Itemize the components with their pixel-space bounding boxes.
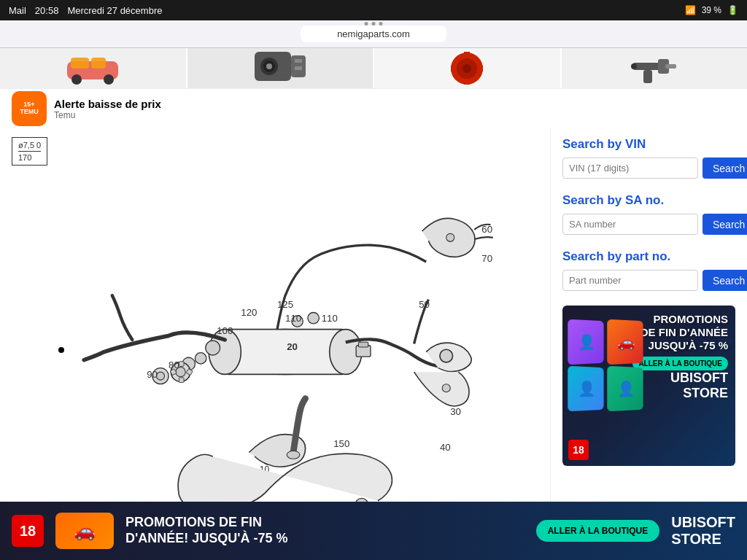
svg-rect-4 xyxy=(91,58,106,69)
bottom-ad-banner[interactable]: 18 🚗 PROMOTIONS DE FIND'ANNÉE! JUSQU'À -… xyxy=(0,502,747,560)
svg-rect-3 xyxy=(71,58,89,69)
svg-text:60: 60 xyxy=(481,224,492,235)
svg-point-1 xyxy=(71,74,82,85)
bottom-ad-age-rating: 18 xyxy=(12,515,44,547)
url-bar[interactable]: nemigaparts.com xyxy=(301,26,446,42)
svg-text:150: 150 xyxy=(333,438,349,449)
svg-text:40: 40 xyxy=(440,442,451,453)
svg-text:110: 110 xyxy=(322,313,338,324)
temu-icon[interactable]: 15+TEMU xyxy=(12,91,47,126)
mail-label: Mail xyxy=(9,5,26,16)
svg-point-30 xyxy=(440,349,453,362)
svg-text:80: 80 xyxy=(169,359,179,370)
part-search-button[interactable]: Search xyxy=(703,270,747,291)
time-label: 20:58 xyxy=(35,5,59,16)
product-image-3 xyxy=(438,48,496,88)
game-card-1: 👤 xyxy=(568,319,603,365)
right-sidebar: Search by VIN Search Search by SA no. Se… xyxy=(550,128,747,502)
svg-rect-17 xyxy=(464,52,470,58)
sidebar-ad-logo: UBISOFTSTORE xyxy=(632,370,728,401)
battery-icon: 🔋 xyxy=(727,5,738,15)
svg-point-36 xyxy=(308,312,319,323)
svg-text:120: 120 xyxy=(241,307,257,318)
search-sa-title: Search by SA no. xyxy=(562,193,735,208)
svg-rect-23 xyxy=(665,64,676,69)
svg-point-47 xyxy=(156,372,164,380)
svg-rect-45 xyxy=(179,378,184,383)
dimension-box: ø7,5 0 170 xyxy=(12,137,47,166)
svg-rect-11 xyxy=(295,66,302,70)
main-content: ø7,5 0 170 10 xyxy=(0,128,747,502)
svg-point-22 xyxy=(631,63,637,69)
svg-point-31 xyxy=(442,384,450,392)
svg-point-8 xyxy=(266,63,272,69)
svg-rect-25 xyxy=(225,330,346,375)
search-part-section: Search by part no. Search xyxy=(562,249,735,291)
product-strip xyxy=(0,48,747,88)
svg-text:50: 50 xyxy=(419,299,430,310)
diagram-area: ø7,5 0 170 10 xyxy=(0,128,550,502)
game-card-2: 🚗 xyxy=(607,319,643,365)
svg-rect-10 xyxy=(295,59,302,63)
svg-rect-43 xyxy=(179,362,184,367)
search-sa-section: Search by SA no. Search xyxy=(562,193,735,235)
svg-text:70: 70 xyxy=(481,253,492,264)
svg-text:20: 20 xyxy=(287,341,298,352)
game-card-3: 👤 xyxy=(568,366,603,412)
svg-rect-15 xyxy=(451,66,457,71)
browser-dot xyxy=(379,22,383,26)
parts-diagram: 10 xyxy=(44,165,511,502)
svg-rect-16 xyxy=(477,66,483,71)
svg-rect-18 xyxy=(464,79,470,85)
vin-input[interactable] xyxy=(562,158,698,179)
temu-ad-text: Alerte baisse de prix Temu xyxy=(54,98,161,120)
browser-dot xyxy=(365,22,368,26)
svg-point-14 xyxy=(462,64,471,73)
svg-point-2 xyxy=(104,74,114,85)
wifi-icon: 📶 xyxy=(685,5,696,15)
svg-text:90: 90 xyxy=(147,369,158,380)
status-bar: Mail 20:58 Mercredi 27 décembre 📶 39 % 🔋 xyxy=(0,0,747,20)
sa-search-button[interactable]: Search xyxy=(703,214,747,235)
bottom-ad-logo: UBISOFTSTORE xyxy=(671,514,735,548)
sidebar-ad-button[interactable]: ALLER À LA BOUTIQUE xyxy=(632,357,728,370)
svg-point-34 xyxy=(446,233,454,241)
search-vin-title: Search by VIN xyxy=(562,137,735,152)
product-image-4 xyxy=(625,48,684,88)
part-input[interactable] xyxy=(562,270,698,291)
browser-bar: nemigaparts.com xyxy=(0,20,747,48)
search-part-title: Search by part no. xyxy=(562,249,735,264)
svg-point-48 xyxy=(287,451,300,459)
product-image-1 xyxy=(63,50,122,87)
svg-point-37 xyxy=(206,341,220,355)
battery-label: 39 % xyxy=(702,5,721,15)
bottom-ad-button[interactable]: ALLER À LA BOUTIQUE xyxy=(536,520,660,542)
sa-input[interactable] xyxy=(562,214,698,235)
sidebar-ad-title: PROMOTIONSDE FIN D'ANNÉEJUSQU'À -75 % xyxy=(632,313,728,352)
browser-dot xyxy=(372,22,376,26)
product-image-2 xyxy=(251,48,309,88)
game-card-4: 👤 xyxy=(607,366,643,412)
svg-rect-21 xyxy=(643,70,652,83)
bottom-ad-text: PROMOTIONS DE FIND'ANNÉE! JUSQU'À -75 % xyxy=(125,515,525,546)
svg-point-38 xyxy=(195,353,206,364)
svg-text:125: 125 xyxy=(277,299,293,310)
svg-text:110: 110 xyxy=(285,313,301,324)
svg-text:30: 30 xyxy=(450,406,461,417)
date-label: Mercredi 27 décembre xyxy=(67,5,162,16)
sidebar-ad-age-rating: 18 xyxy=(568,440,589,460)
search-vin-section: Search by VIN Search xyxy=(562,137,735,179)
sidebar-ad[interactable]: 👤 🚗 👤 👤 PROMOTIONSDE FIN D'ANNÉEJUSQU'À … xyxy=(562,306,735,466)
svg-rect-33 xyxy=(358,342,368,347)
game-diamonds: 👤 🚗 👤 👤 xyxy=(568,320,644,411)
svg-text:100: 100 xyxy=(217,325,233,336)
vin-search-button[interactable]: Search xyxy=(703,158,747,179)
bottom-ad-car-image: 🚗 xyxy=(55,513,114,549)
